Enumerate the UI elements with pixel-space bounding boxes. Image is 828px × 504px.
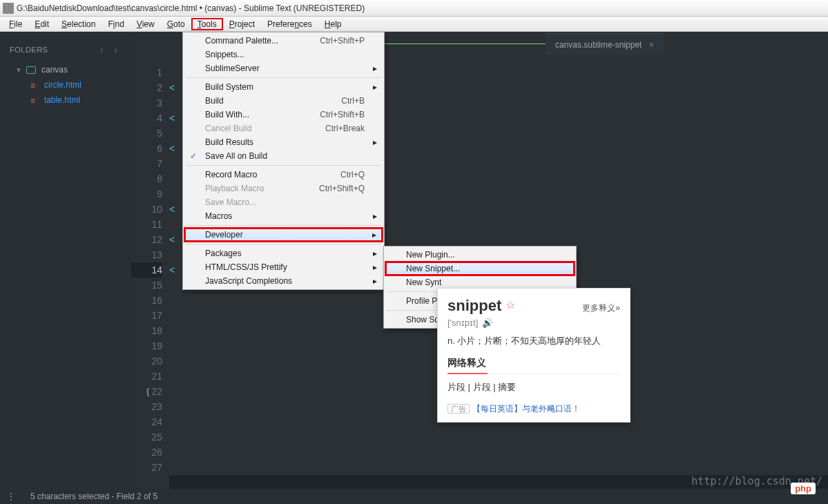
titlebar: G:\BaiduNetdiskDownload\test\canvas\circ… xyxy=(0,0,828,17)
menu-item[interactable]: Build Results▸ xyxy=(184,135,383,149)
menu-preferences[interactable]: Preferences xyxy=(261,18,318,30)
menu-icon[interactable]: ⋮ xyxy=(7,492,17,501)
menu-file[interactable]: File xyxy=(3,18,28,30)
submenu-item[interactable]: New Synt xyxy=(385,275,575,289)
menu-item[interactable]: Packages▸ xyxy=(184,246,383,260)
app-icon xyxy=(3,3,14,14)
sidebar-header: FOLDERS ‹ › xyxy=(0,44,131,62)
file-table[interactable]: table.html xyxy=(0,93,131,108)
menu-project[interactable]: Project xyxy=(223,18,261,30)
menu-item[interactable]: Record MacroCtrl+Q xyxy=(184,168,383,182)
file-icon xyxy=(30,81,39,89)
menu-item[interactable]: Playback MacroCtrl+Shift+Q xyxy=(184,182,383,195)
menu-item[interactable]: Build System▸ xyxy=(184,80,383,94)
close-icon[interactable]: × xyxy=(648,39,654,50)
menu-item[interactable]: Snippets... xyxy=(184,48,383,61)
tools-dropdown[interactable]: Command Palette...Ctrl+Shift+PSnippets..… xyxy=(182,32,385,290)
menu-item[interactable]: SublimeServer▸ xyxy=(184,61,383,75)
menu-item[interactable]: HTML/CSS/JS Prettify▸ xyxy=(184,260,383,274)
chevron-down-icon: ▾ xyxy=(17,65,21,75)
menu-item[interactable]: BuildCtrl+B xyxy=(184,94,383,108)
tab-active[interactable] xyxy=(366,43,546,55)
menu-edit[interactable]: Edit xyxy=(28,18,55,30)
dict-phonetic: ['snɪpɪt]🔊 xyxy=(447,318,620,328)
menu-item[interactable]: Cancel BuildCtrl+Break xyxy=(184,122,383,135)
gutter: 1234567891011121314151617181920212223242… xyxy=(131,55,169,489)
menu-item[interactable]: Command Palette...Ctrl+Shift+P xyxy=(184,34,383,48)
sidebar: FOLDERS ‹ › ▾ canvas circle.html table.h… xyxy=(0,32,131,489)
speaker-icon[interactable]: 🔊 xyxy=(482,318,493,328)
tab-snippet[interactable]: canvas.sublime-snippet × xyxy=(546,33,664,55)
menu-help[interactable]: Help xyxy=(318,18,348,30)
menu-find[interactable]: Find xyxy=(102,18,130,30)
file-icon xyxy=(30,96,39,104)
menu-item[interactable]: JavaScript Completions▸ xyxy=(184,274,383,288)
php-logo: php xyxy=(791,483,816,494)
nav-arrows[interactable]: ‹ › xyxy=(100,44,122,55)
dictionary-popup: snippet☆ 更多释义» ['snɪpɪt]🔊 n. 小片；片断；不知天高地… xyxy=(437,288,630,423)
submenu-item[interactable]: New Snippet... xyxy=(385,262,575,275)
dict-def: n. 小片；片断；不知天高地厚的年轻人 xyxy=(447,335,620,347)
dict-ad[interactable]: 广告【每日英语】与老外飚口语！ xyxy=(447,403,620,415)
menu-item[interactable]: Developer▸ xyxy=(184,228,383,242)
submenu-item[interactable]: New Plugin... xyxy=(385,248,575,262)
menu-item[interactable]: ✓Save All on Build xyxy=(184,149,383,163)
menu-goto[interactable]: Goto xyxy=(161,18,191,30)
menu-item[interactable]: Macros▸ xyxy=(184,209,383,223)
dict-trans: 片段 | 片段 | 摘要 xyxy=(447,381,620,394)
window-title: G:\BaiduNetdiskDownload\test\canvas\circ… xyxy=(17,3,365,13)
file-label: circle.html xyxy=(44,80,81,90)
dict-more[interactable]: 更多释义» xyxy=(582,302,620,314)
menu-item[interactable]: Save Macro... xyxy=(184,195,383,209)
menubar[interactable]: File Edit Selection Find View Goto Tools… xyxy=(0,17,828,32)
sidebar-title: FOLDERS xyxy=(10,46,48,54)
dict-section: 网络释义 xyxy=(447,357,620,374)
folder-label: canvas xyxy=(41,65,68,75)
statusbar: ⋮ 5 characters selected - Field 2 of 5 xyxy=(0,489,828,504)
star-icon[interactable]: ☆ xyxy=(506,299,515,311)
menu-view[interactable]: View xyxy=(131,18,161,30)
tab-label: canvas.sublime-snippet xyxy=(555,40,642,50)
file-circle[interactable]: circle.html xyxy=(0,77,131,93)
file-label: table.html xyxy=(44,95,80,105)
dict-word: snippet xyxy=(447,297,501,315)
folder-icon xyxy=(26,66,36,74)
menu-tools[interactable]: Tools xyxy=(191,18,223,30)
folder-canvas[interactable]: ▾ canvas xyxy=(0,62,131,77)
menu-item[interactable]: Build With...Ctrl+Shift+B xyxy=(184,108,383,122)
status-text: 5 characters selected - Field 2 of 5 xyxy=(30,492,157,501)
menu-selection[interactable]: Selection xyxy=(55,18,102,30)
